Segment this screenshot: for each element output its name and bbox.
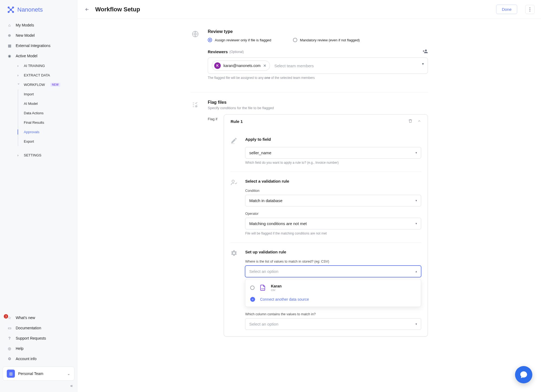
subnav-settings[interactable]: › SETTINGS xyxy=(0,150,77,160)
select-value: Match in database xyxy=(249,198,282,203)
back-button[interactable] xyxy=(84,6,90,13)
new-badge: NEW xyxy=(50,83,60,87)
collapse-sidebar-button[interactable]: « xyxy=(0,382,77,388)
delete-rule-button[interactable] xyxy=(408,119,413,124)
reviewers-label: Reviewers xyxy=(208,49,228,54)
link-documentation[interactable]: ▭ Documentation xyxy=(0,323,77,333)
radio-label: Mandatory review (even if not flagged) xyxy=(300,38,360,42)
data-source-dropdown: CSV Karan csv ＋ xyxy=(245,279,421,307)
chat-icon xyxy=(520,371,528,379)
topbar: Workflow Setup Done xyxy=(77,0,541,19)
grid-icon: ▦ xyxy=(7,43,12,48)
wf-step-import[interactable]: Import xyxy=(0,89,77,99)
gear-icon: ⚙ xyxy=(7,356,12,361)
condition-select[interactable]: Match in database ▾ xyxy=(245,195,421,206)
person-add-icon xyxy=(423,49,428,54)
team-switcher[interactable]: ▥ Personal Team ⌄ xyxy=(3,367,74,381)
rule-body: Apply to field seller_name ▾ Which field… xyxy=(224,128,428,336)
link-support[interactable]: ? Support Requests xyxy=(0,333,77,343)
nav-active-model[interactable]: ◉ Active Model xyxy=(0,51,77,61)
radio-mandatory[interactable]: Mandatory review (even if not flagged) xyxy=(293,38,360,42)
reviewers-placeholder: Select team members xyxy=(274,63,314,68)
whats-new-badge: 3 xyxy=(4,314,8,319)
chevron-down-icon: ⌄ xyxy=(67,371,70,376)
optional-label: (Optional) xyxy=(229,50,244,54)
reviewers-select[interactable]: K karan@nanonets.com ✕ Select team membe… xyxy=(208,58,428,74)
dots-vertical-icon xyxy=(529,7,530,12)
block-apply-field: Apply to field seller_name ▾ Which field… xyxy=(230,130,421,172)
subnav-label: EXTRACT DATA xyxy=(24,73,50,77)
chip-email: karan@nanonets.com xyxy=(223,63,260,68)
operator-select[interactable]: Matching conditions are not met ▾ xyxy=(245,218,421,229)
wf-label: Export xyxy=(24,139,34,143)
chevron-down-icon[interactable]: ▾ xyxy=(422,62,424,66)
checklist-icon xyxy=(190,100,200,110)
avatar: K xyxy=(214,62,221,69)
wf-step-approvals[interactable]: Approvals xyxy=(0,127,77,137)
block-title: Apply to field xyxy=(245,137,421,142)
subnav-workflow[interactable]: › WORKFLOW NEW xyxy=(0,80,77,89)
help-circle-icon: ? xyxy=(7,336,12,341)
gear-icon xyxy=(230,250,239,258)
data-source-select[interactable]: Select an option ▴ xyxy=(245,266,421,277)
nav-new-model[interactable]: ⊕ New Model xyxy=(0,30,77,41)
option-subtype: csv xyxy=(271,288,282,292)
select-value: Matching conditions are not met xyxy=(249,221,307,226)
brand-logo[interactable]: Nanonets xyxy=(0,0,77,18)
check-circle-icon: ◉ xyxy=(7,53,12,58)
wf-step-ai-model[interactable]: AI Model xyxy=(0,99,77,108)
svg-point-7 xyxy=(530,11,530,11)
rule-card: Rule 1 xyxy=(224,114,428,337)
life-buoy-icon: ◎ xyxy=(7,346,12,351)
nanonets-logo-icon xyxy=(7,6,15,14)
team-icon: ▥ xyxy=(7,370,15,378)
field-label: Which column contains the values to matc… xyxy=(245,312,421,316)
sidebar: Nanonets ⌂ My Models ⊕ New Model ▦ Exter… xyxy=(0,0,77,392)
chevron-down-icon: ▾ xyxy=(415,222,417,225)
field-select[interactable]: seller_name ▾ xyxy=(245,147,421,159)
chat-widget-button[interactable] xyxy=(515,366,532,383)
select-placeholder: Select an option xyxy=(249,269,278,274)
radio-flagged-only[interactable]: Assign reviewer only if file is flagged xyxy=(208,38,271,42)
dropdown-option-karan-csv[interactable]: CSV Karan csv xyxy=(245,281,421,294)
nav-my-models[interactable]: ⌂ My Models xyxy=(0,20,77,30)
done-button[interactable]: Done xyxy=(496,5,517,14)
rule-title: Rule 1 xyxy=(230,119,243,124)
radio-dot xyxy=(250,286,255,290)
wf-label: Final Results xyxy=(24,120,44,125)
chevron-right-icon: › xyxy=(17,64,20,68)
svg-point-5 xyxy=(530,7,530,8)
section-subtitle: Specify conditions for the file to be fl… xyxy=(208,106,428,110)
chevron-down-icon: ▾ xyxy=(415,151,417,155)
chip-remove-button[interactable]: ✕ xyxy=(263,63,266,68)
bottom-label: Help xyxy=(16,346,24,351)
overflow-menu-button[interactable] xyxy=(525,5,535,14)
pencil-icon xyxy=(230,137,239,145)
subnav-extract-data[interactable]: › EXTRACT DATA xyxy=(0,71,77,80)
collapse-rule-button[interactable] xyxy=(417,119,421,124)
connect-data-source-link[interactable]: ＋ Connect another data source xyxy=(245,294,421,304)
link-account[interactable]: ⚙ Account info xyxy=(0,354,77,364)
sidebar-nav: ⌂ My Models ⊕ New Model ▦ External Integ… xyxy=(0,18,77,310)
link-whats-new[interactable]: 3 ☆ What's new xyxy=(0,313,77,323)
subnav-label: AI TRAINING xyxy=(24,64,45,68)
rule-wrap: Flag if Rule 1 xyxy=(208,114,428,337)
chevron-right-icon: › xyxy=(17,73,20,77)
plus-circle-icon: ⊕ xyxy=(7,33,12,38)
block-setup-validation: Set up validation rule Where is the list… xyxy=(230,243,421,330)
subnav-ai-training[interactable]: › AI TRAINING xyxy=(0,61,77,71)
bottom-label: Account info xyxy=(16,357,37,361)
field-label: Condition xyxy=(245,189,421,193)
nav-label: Active Model xyxy=(16,54,37,58)
nav-integrations[interactable]: ▦ External Integrations xyxy=(0,41,77,51)
wf-step-data-actions[interactable]: Data Actions xyxy=(0,108,77,118)
brand-name: Nanonets xyxy=(17,6,43,13)
column-select[interactable]: Select an option ▾ xyxy=(245,318,421,330)
csv-file-icon: CSV xyxy=(259,284,266,291)
add-reviewer-button[interactable] xyxy=(423,49,428,55)
wf-step-export[interactable]: Export xyxy=(0,137,77,146)
radio-label: Assign reviewer only if file is flagged xyxy=(215,38,271,42)
wf-step-final-results[interactable]: Final Results xyxy=(0,118,77,127)
bottom-label: What's new xyxy=(16,316,35,320)
link-help[interactable]: ◎ Help xyxy=(0,343,77,354)
